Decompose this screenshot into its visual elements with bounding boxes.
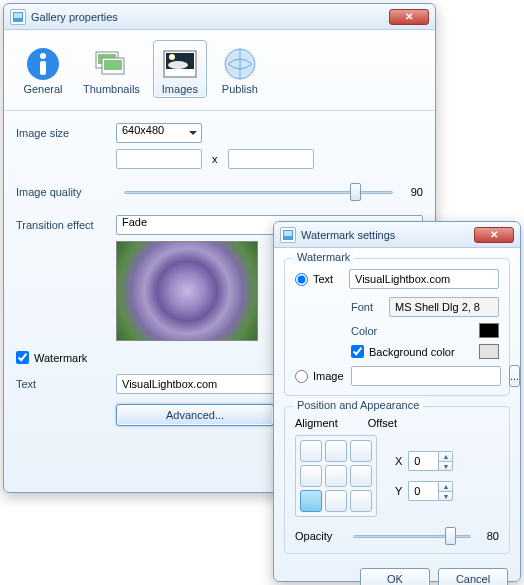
align-tc[interactable] [325, 440, 347, 462]
tab-images[interactable]: Images [153, 40, 207, 98]
text-radio[interactable]: Text [295, 273, 341, 286]
thumbnails-icon [91, 45, 131, 83]
wm-image-input[interactable] [351, 366, 501, 386]
gallery-title: Gallery properties [31, 11, 118, 23]
tab-strip: General Thumbnails Images Publish [16, 40, 423, 98]
x-label: X [395, 455, 402, 467]
watermark-settings-window: Watermark settings ✕ Watermark Text Font… [273, 221, 521, 582]
bgcolor-swatch[interactable] [479, 344, 499, 359]
image-size-select[interactable]: 640x480 [116, 123, 202, 143]
image-radio[interactable]: Image [295, 370, 343, 383]
tab-general[interactable]: General [16, 40, 70, 98]
offset-x-stepper[interactable]: ▲▼ [408, 451, 453, 471]
quality-slider[interactable] [124, 183, 393, 201]
svg-rect-4 [40, 61, 46, 75]
info-icon [23, 45, 63, 83]
bgcolor-checkbox[interactable]: Background color [351, 345, 455, 358]
app-icon [280, 227, 296, 243]
position-group: Position and Appearance Aligment Offset … [284, 406, 510, 554]
align-ml[interactable] [300, 465, 322, 487]
svg-rect-1 [14, 13, 22, 18]
watermark-checkbox[interactable]: Watermark [16, 351, 87, 364]
ok-button[interactable]: OK [360, 568, 430, 585]
color-swatch[interactable] [479, 323, 499, 338]
tab-publish[interactable]: Publish [213, 40, 267, 98]
svg-point-3 [40, 53, 46, 59]
watermark-group: Watermark Text Font MS Shell Dlg 2, 8 Co… [284, 258, 510, 396]
opacity-slider[interactable] [353, 527, 471, 545]
align-tl[interactable] [300, 440, 322, 462]
align-mr[interactable] [350, 465, 372, 487]
height-input[interactable] [228, 149, 314, 169]
svg-rect-8 [104, 60, 122, 70]
svg-rect-16 [284, 231, 292, 236]
alignment-grid[interactable] [295, 435, 377, 517]
tab-thumbnails[interactable]: Thumbnails [76, 40, 147, 98]
separator [4, 110, 435, 111]
font-button[interactable]: MS Shell Dlg 2, 8 [389, 297, 499, 317]
watermark-titlebar[interactable]: Watermark settings ✕ [274, 222, 520, 248]
spin-up[interactable]: ▲ [438, 481, 453, 491]
transition-preview [116, 241, 258, 341]
offset-label: Offset [368, 417, 397, 429]
close-button[interactable]: ✕ [474, 227, 514, 243]
browse-button[interactable]: ... [509, 365, 520, 387]
images-icon [160, 45, 200, 83]
align-br[interactable] [350, 490, 372, 512]
image-size-label: Image size [16, 127, 116, 139]
align-bc[interactable] [325, 490, 347, 512]
dim-x: x [212, 153, 218, 165]
publish-icon [220, 45, 260, 83]
quality-label: Image quality [16, 186, 116, 198]
align-tr[interactable] [350, 440, 372, 462]
align-mc[interactable] [325, 465, 347, 487]
gallery-titlebar[interactable]: Gallery properties ✕ [4, 4, 435, 30]
watermark-title: Watermark settings [301, 229, 395, 241]
transition-label: Transition effect [16, 219, 116, 231]
quality-value: 90 [401, 186, 423, 198]
offset-y-stepper[interactable]: ▲▼ [408, 481, 453, 501]
align-label: Aligment [295, 417, 338, 429]
spin-down[interactable]: ▼ [438, 461, 453, 471]
opacity-label: Opacity [295, 530, 345, 542]
spin-up[interactable]: ▲ [438, 451, 453, 461]
y-label: Y [395, 485, 402, 497]
align-bl[interactable] [300, 490, 322, 512]
app-icon [10, 9, 26, 25]
color-label: Color [351, 325, 383, 337]
opacity-value: 80 [479, 530, 499, 542]
width-input[interactable] [116, 149, 202, 169]
svg-point-11 [168, 61, 188, 69]
text-label: Text [16, 378, 116, 390]
advanced-button[interactable]: Advanced... [116, 404, 274, 426]
svg-point-12 [169, 54, 175, 60]
font-label: Font [351, 301, 383, 313]
cancel-button[interactable]: Cancel [438, 568, 508, 585]
close-button[interactable]: ✕ [389, 9, 429, 25]
wm-text-input[interactable] [349, 269, 499, 289]
spin-down[interactable]: ▼ [438, 491, 453, 501]
